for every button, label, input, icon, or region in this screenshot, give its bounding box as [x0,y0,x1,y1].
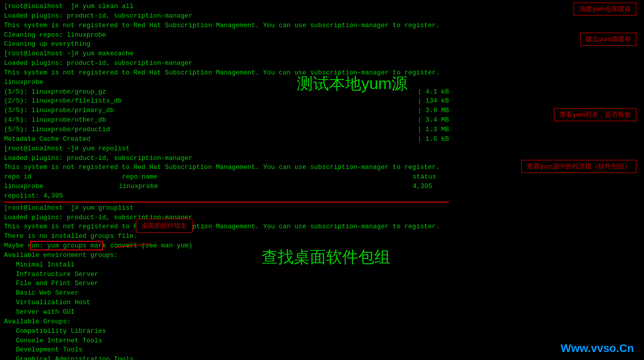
terminal-line: Cleaning up everything [4,40,449,49]
terminal-line: Cleaning repos: linuxprobe [4,31,449,40]
terminal-line: There is no installed groups file. [4,232,449,241]
terminal-line: File and Print Server [4,279,449,289]
find-desktop-title: 查找桌面软件包组 [262,246,390,268]
watermark: Www.vvso.Cn [560,342,634,355]
test-local-title: 测试本地yum源 [297,73,408,95]
terminal-line: Virtualization Host [4,298,449,308]
terminal-line: Loaded plugins: product-id, subscription… [4,59,449,68]
terminal-line: linuxprobelinuxprobe4,305 [4,182,449,192]
server-gui-highlight [30,241,103,250]
terminal-line: Loaded plugins: product-id, subscription… [4,12,449,21]
check-list-annotation: 查看yum列表，是否有效 [554,108,636,121]
terminal-line: This system is not registered to Red Hat… [4,21,449,31]
terminal-line: Infrastructure Server [4,270,449,280]
terminal-line: (4/5): linuxprobe/other_db| 3.4 MB 00:00… [4,116,449,125]
terminal-line: [root@localhost ]# yum grouplist [4,204,449,213]
terminal-line: Console Internet Tools [4,336,449,346]
terminal: [root@localhost ]# yum clean all Loaded … [0,0,453,360]
desktop-group-callout: 桌面的软件组名 [136,219,193,233]
terminal-line: This system is not registered to Red Hat… [4,222,449,232]
terminal-line: Development Tools [4,345,449,355]
terminal-line: Available Groups: [4,317,449,327]
check-groups-annotation: 查看yum源中的程序组（软件包组） [521,160,636,173]
terminal-line: (3/5): linuxprobe/primary_db| 3.0 MB 00:… [4,106,449,116]
terminal-line: This system is not registered to Red Hat… [4,163,449,172]
terminal-line: Compatibility Libraries [4,327,449,336]
server-with-gui-line: Server with GUI [4,308,449,317]
terminal-line: Graphical Administration Tools [4,355,449,360]
clean-cache-annotation: 清楚yum仓库缓存 [574,3,636,16]
terminal-line: (2/5): linuxprobe/filelists_db| 134 kB 0… [4,97,449,106]
terminal-line: Basic Web Server [4,289,449,298]
terminal-line: repolist: 4,305 [4,192,449,203]
terminal-line: [root@localhost ~]# yum repolist [4,144,449,154]
terminal-line: Loaded plugins: product-id, subscription… [4,213,449,223]
terminal-line: [root@localhost ]# yum clean all [4,2,449,12]
terminal-line: Loaded plugins: product-id, subscription… [4,154,449,163]
terminal-line: Metadata Cache Created| 1.6 kB 00:00:00 [4,135,449,144]
terminal-line: (5/5): linuxprobe/productid| 1.3 MB 00:0… [4,125,449,135]
make-cache-annotation: 建立yum源缓存 [580,33,636,46]
terminal-line: [root@localhost ~]# yum makecache [4,49,449,59]
terminal-line: repo idrepo namestatus [4,172,449,182]
